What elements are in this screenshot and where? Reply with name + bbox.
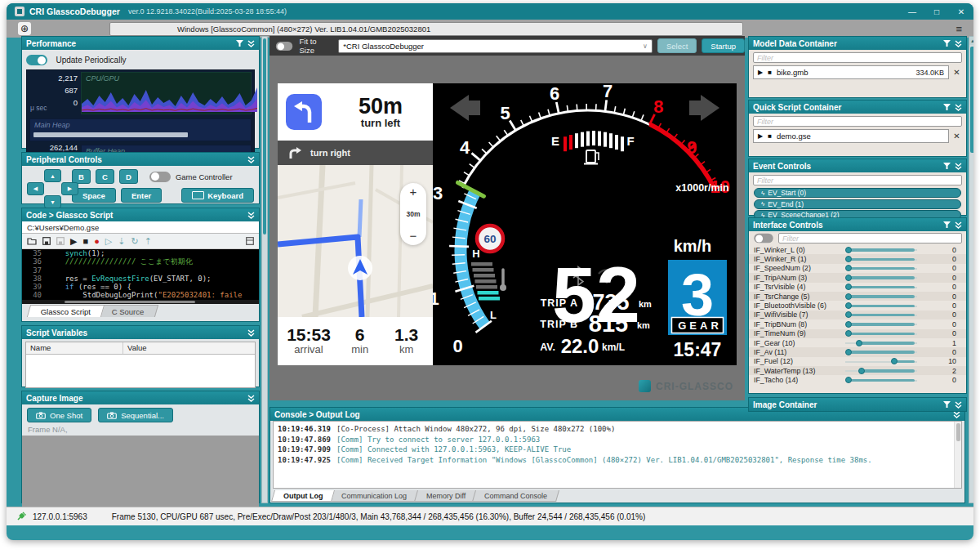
- zoom-out-button[interactable]: −: [410, 230, 417, 242]
- dashboard-screen[interactable]: 50m turn left turn right: [278, 83, 737, 365]
- maximize-button[interactable]: □: [924, 3, 949, 20]
- script-variables-header[interactable]: Script Variables: [22, 326, 259, 339]
- play-icon[interactable]: ▶: [758, 132, 763, 140]
- step-out-icon[interactable]: ⇡: [145, 237, 152, 246]
- hamburger-menu-icon[interactable]: ≡: [956, 23, 962, 35]
- peripheral-header[interactable]: Peripheral Controls: [22, 153, 259, 166]
- column-name[interactable]: Name: [26, 342, 123, 354]
- code-line[interactable]: 35 synch(1);: [22, 249, 259, 257]
- filter-icon[interactable]: [943, 40, 951, 47]
- d-button[interactable]: D: [119, 169, 138, 184]
- console-scrollbar[interactable]: [954, 422, 961, 488]
- game-controller-toggle[interactable]: [149, 172, 171, 182]
- interface-filter-input[interactable]: [778, 233, 962, 243]
- zoom-in-button[interactable]: +: [410, 186, 417, 198]
- interface-slider[interactable]: [845, 357, 924, 365]
- interface-slider[interactable]: [845, 339, 924, 347]
- column-value[interactable]: Value: [123, 342, 255, 354]
- model-filter-input[interactable]: [753, 52, 962, 63]
- editor-hscrollbar[interactable]: [22, 300, 259, 304]
- interface-slider[interactable]: [845, 376, 924, 384]
- close-button[interactable]: ✕: [949, 3, 973, 20]
- step-over-icon[interactable]: ▷: [105, 237, 112, 246]
- run-script-button[interactable]: ▶: [70, 237, 77, 246]
- quick-script-header[interactable]: Quick Script Container: [749, 101, 966, 114]
- target-info-field[interactable]: Windows [GlasscoCommon] (480×272) Ver. L…: [109, 22, 743, 36]
- left-scrollbar[interactable]: [261, 36, 268, 503]
- tab-c-source[interactable]: C Source: [98, 305, 158, 317]
- interface-toggle[interactable]: [754, 234, 773, 243]
- event-filter-input[interactable]: [753, 175, 962, 185]
- right-scrollbar[interactable]: ▲: [969, 36, 973, 503]
- code-line[interactable]: 36 //////////////// ここまで初期化: [22, 257, 259, 266]
- tab-communication-log[interactable]: Communication Log: [329, 490, 419, 502]
- minimize-button[interactable]: —: [900, 3, 924, 20]
- event-pill[interactable]: ϟEV_Start (0): [754, 188, 961, 198]
- crosshair-icon[interactable]: ⊕: [18, 22, 31, 35]
- image-container-header[interactable]: Image Container: [749, 398, 966, 411]
- tab-glassco-script[interactable]: Glassco Script: [27, 305, 105, 317]
- collapse-icon[interactable]: [247, 329, 255, 337]
- collapse-icon[interactable]: [955, 104, 962, 111]
- event-pill[interactable]: ϟEV_End (1): [754, 199, 961, 209]
- filter-icon[interactable]: [943, 104, 951, 110]
- record-button[interactable]: ●: [94, 237, 100, 246]
- performance-header[interactable]: Performance: [22, 37, 259, 50]
- code-line[interactable]: 38 res = EvRequestFire(EV_START, 0);: [22, 275, 259, 283]
- play-icon[interactable]: ▶: [758, 69, 763, 76]
- interface-slider[interactable]: [845, 367, 924, 375]
- interface-slider[interactable]: [845, 293, 924, 301]
- interface-slider[interactable]: [845, 246, 924, 254]
- filter-icon[interactable]: [943, 401, 951, 408]
- collapse-icon[interactable]: [247, 212, 255, 219]
- interface-slider[interactable]: [845, 274, 924, 282]
- dpad-up-button[interactable]: ▲: [44, 169, 61, 182]
- keyboard-button[interactable]: Keyboard: [181, 188, 254, 203]
- capture-header[interactable]: Capture Image: [22, 391, 259, 404]
- scroll-up-icon[interactable]: ▲: [969, 37, 973, 45]
- script-path[interactable]: C:¥Users¥Demo.gse: [22, 221, 259, 234]
- stop-icon[interactable]: ■: [768, 132, 772, 140]
- collapse-icon[interactable]: [247, 40, 255, 47]
- filter-icon[interactable]: [943, 163, 951, 169]
- map-view[interactable]: + 30m −: [278, 165, 433, 317]
- stop-icon[interactable]: ■: [768, 69, 772, 76]
- interface-slider[interactable]: [845, 320, 924, 328]
- startup-button[interactable]: Startup: [702, 38, 745, 53]
- collapse-icon[interactable]: [247, 395, 255, 402]
- tab-memory-diff[interactable]: Memory Diff: [414, 490, 478, 502]
- save-all-icon[interactable]: [56, 234, 65, 248]
- collapse-icon[interactable]: [247, 156, 255, 163]
- code-editor[interactable]: 35 synch(1);36 //////////////// ここまで初期化3…: [22, 249, 259, 300]
- remove-script-button[interactable]: ✕: [951, 132, 962, 141]
- c-button[interactable]: C: [96, 169, 114, 184]
- code-header[interactable]: Code > Glassco Script: [22, 208, 259, 221]
- tab-command-console[interactable]: Command Console: [472, 490, 559, 502]
- model-data-header[interactable]: Model Data Container: [749, 37, 966, 50]
- step-into-icon[interactable]: ⇣: [118, 237, 125, 246]
- dpad-down-button[interactable]: ▼: [44, 195, 61, 208]
- sequential-button[interactable]: Sequential...: [98, 408, 173, 422]
- model-item[interactable]: ▶ ■ bike.gmb 334.0KB: [753, 65, 949, 79]
- interface-controls-header[interactable]: Interface Controls: [749, 218, 966, 231]
- collapse-icon[interactable]: [955, 221, 962, 229]
- interface-slider[interactable]: [845, 283, 924, 291]
- dpad-left-button[interactable]: ◀: [27, 182, 44, 195]
- collapse-icon[interactable]: [955, 40, 962, 47]
- code-line[interactable]: 40 StdDebugLogPrint("E2025032401: faile: [22, 291, 259, 299]
- code-line[interactable]: 39 if (res == 0) {: [22, 283, 259, 291]
- code-line[interactable]: 37: [22, 266, 259, 275]
- collapse-icon[interactable]: [955, 401, 962, 409]
- interface-slider[interactable]: [845, 264, 924, 272]
- interface-slider[interactable]: [845, 255, 924, 263]
- event-controls-header[interactable]: Event Controls: [749, 159, 966, 172]
- output-log[interactable]: 10:19:46.319[Co-Process] Attach Window 4…: [273, 421, 962, 489]
- update-periodically-toggle[interactable]: [26, 55, 47, 65]
- enter-button[interactable]: Enter: [121, 188, 162, 203]
- select-button[interactable]: Select: [657, 38, 697, 53]
- interface-slider[interactable]: [845, 329, 924, 337]
- interface-slider[interactable]: [845, 348, 924, 356]
- collapse-icon[interactable]: [955, 163, 962, 170]
- dpad-right-button[interactable]: ▶: [61, 182, 78, 195]
- quick-script-filter-input[interactable]: [753, 116, 962, 127]
